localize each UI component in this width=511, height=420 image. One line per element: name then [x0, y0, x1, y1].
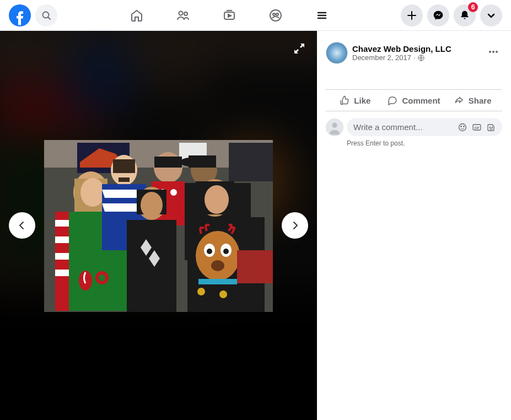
- like-label: Like: [354, 96, 370, 105]
- comment-button[interactable]: Comment: [385, 90, 444, 111]
- bell-icon: [459, 10, 470, 21]
- svg-point-8: [276, 13, 278, 15]
- post-date[interactable]: December 2, 2017: [352, 53, 411, 62]
- like-icon: [340, 95, 349, 105]
- comment-hint: Press Enter to post.: [347, 139, 502, 147]
- emoji-icon: [458, 123, 467, 132]
- svg-point-69: [219, 290, 227, 298]
- svg-point-67: [197, 288, 205, 295]
- share-label: Share: [469, 96, 492, 105]
- prev-photo-button[interactable]: [9, 212, 35, 239]
- svg-rect-32: [55, 220, 69, 227]
- comment-icon: [388, 95, 397, 105]
- svg-rect-41: [119, 177, 130, 182]
- search-icon: [42, 11, 51, 20]
- home-icon[interactable]: [130, 9, 143, 22]
- svg-rect-71: [237, 250, 273, 283]
- post-header: Chavez Web Design, LLC December 2, 2017 …: [326, 37, 502, 73]
- comment-input[interactable]: [353, 122, 458, 132]
- header-left: [9, 4, 57, 26]
- svg-rect-35: [55, 270, 69, 276]
- top-nav: 6: [0, 0, 511, 31]
- post-sidebar: Chavez Web Design, LLC December 2, 2017 …: [317, 31, 511, 420]
- watch-icon[interactable]: [223, 9, 236, 22]
- comment-tools: GIF: [458, 123, 496, 132]
- svg-rect-34: [55, 253, 69, 260]
- comment-composer: GIF: [326, 118, 502, 136]
- account-button[interactable]: [480, 4, 502, 26]
- post-date-row: December 2, 2017 ·: [352, 53, 451, 62]
- svg-rect-26: [229, 143, 273, 181]
- svg-point-60: [196, 231, 240, 281]
- svg-rect-51: [127, 220, 176, 312]
- expand-icon: [293, 42, 306, 55]
- svg-point-70: [230, 288, 238, 295]
- svg-rect-66: [198, 279, 237, 284]
- header-right: 6: [401, 4, 502, 26]
- svg-point-74: [492, 51, 494, 53]
- svg-line-2: [48, 17, 50, 19]
- svg-point-4: [184, 12, 187, 15]
- svg-point-75: [496, 51, 498, 53]
- author-avatar[interactable]: [326, 42, 348, 64]
- next-photo-button[interactable]: [282, 212, 308, 239]
- svg-point-63: [207, 249, 212, 254]
- svg-point-79: [461, 126, 462, 127]
- default-avatar-icon: [326, 119, 343, 136]
- svg-point-7: [273, 13, 275, 15]
- notification-badge: 6: [468, 2, 478, 12]
- sticker-button[interactable]: [487, 123, 496, 132]
- emoji-button[interactable]: [458, 123, 467, 132]
- svg-point-84: [492, 127, 492, 127]
- post-actions: Like Comment Share: [326, 90, 502, 111]
- svg-point-54: [180, 158, 200, 166]
- dots-icon: [488, 46, 499, 57]
- svg-point-78: [459, 123, 466, 131]
- groups-icon[interactable]: [269, 9, 282, 22]
- create-button[interactable]: [401, 4, 423, 26]
- photo-content[interactable]: [44, 140, 273, 312]
- plus-icon: [407, 10, 417, 20]
- expand-button[interactable]: [293, 42, 306, 55]
- svg-point-83: [490, 127, 490, 127]
- svg-rect-21: [69, 39, 133, 112]
- svg-point-3: [179, 11, 182, 15]
- hamburger-icon[interactable]: [315, 9, 329, 22]
- search-button[interactable]: [35, 4, 57, 26]
- gif-icon: GIF: [472, 123, 481, 132]
- svg-point-68: [208, 290, 216, 298]
- svg-rect-44: [154, 157, 182, 168]
- like-button[interactable]: Like: [326, 90, 385, 111]
- post-options-button[interactable]: [485, 43, 502, 63]
- post-meta: Chavez Web Design, LLC December 2, 2017 …: [352, 44, 451, 62]
- separator: ·: [413, 53, 416, 62]
- main-content: Chavez Web Design, LLC December 2, 2017 …: [0, 31, 511, 420]
- photo-viewer: [0, 31, 317, 420]
- svg-rect-40: [113, 159, 135, 173]
- share-icon: [454, 95, 464, 105]
- svg-point-29: [80, 178, 105, 207]
- svg-point-65: [211, 260, 224, 271]
- audience-public-icon[interactable]: [418, 55, 424, 61]
- svg-point-80: [464, 126, 465, 127]
- post-header-left: Chavez Web Design, LLC December 2, 2017 …: [326, 42, 451, 64]
- svg-point-73: [489, 51, 491, 53]
- user-avatar[interactable]: [326, 119, 343, 136]
- facebook-logo[interactable]: [9, 4, 31, 26]
- svg-text:GIF: GIF: [474, 126, 480, 129]
- caret-down-icon: [487, 12, 495, 19]
- header-center: [130, 9, 329, 22]
- messenger-icon: [433, 10, 444, 21]
- comment-box[interactable]: GIF: [347, 118, 502, 136]
- svg-point-47: [170, 189, 177, 196]
- svg-point-50: [141, 192, 163, 218]
- share-button[interactable]: Share: [443, 90, 502, 111]
- notifications-button[interactable]: 6: [454, 4, 476, 26]
- messenger-button[interactable]: [427, 4, 449, 26]
- gif-button[interactable]: GIF: [472, 123, 481, 132]
- chevron-left-icon: [17, 220, 28, 231]
- friends-icon[interactable]: [176, 9, 190, 22]
- author-link[interactable]: Chavez Web Design, LLC: [352, 44, 451, 53]
- svg-rect-33: [55, 236, 69, 243]
- comment-label: Comment: [402, 96, 440, 105]
